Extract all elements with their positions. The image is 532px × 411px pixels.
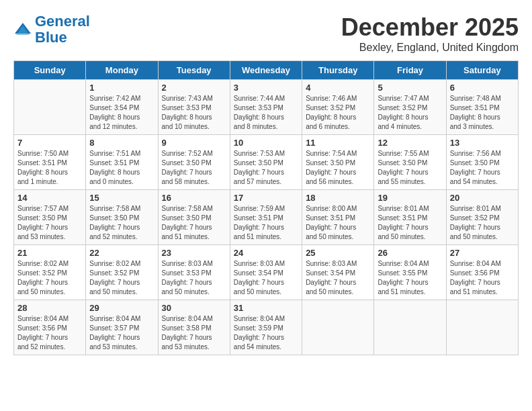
day-info: Sunrise: 7:48 AM Sunset: 3:51 PM Dayligh… xyxy=(450,94,515,132)
calendar-cell xyxy=(302,300,374,355)
day-number: 4 xyxy=(306,83,370,93)
calendar-cell: 8Sunrise: 7:51 AM Sunset: 3:51 PM Daylig… xyxy=(86,135,158,190)
day-number: 20 xyxy=(450,193,515,203)
day-number: 16 xyxy=(162,193,226,203)
calendar-cell xyxy=(446,300,518,355)
day-info: Sunrise: 8:04 AM Sunset: 3:55 PM Dayligh… xyxy=(378,259,442,297)
day-number: 14 xyxy=(17,193,82,203)
day-number: 6 xyxy=(450,83,515,93)
day-info: Sunrise: 8:03 AM Sunset: 3:53 PM Dayligh… xyxy=(162,259,226,297)
day-info: Sunrise: 7:56 AM Sunset: 3:50 PM Dayligh… xyxy=(450,149,515,187)
calendar-cell: 27Sunrise: 8:04 AM Sunset: 3:56 PM Dayli… xyxy=(446,245,518,300)
day-header-tuesday: Tuesday xyxy=(158,61,230,80)
day-number: 10 xyxy=(234,138,298,148)
day-number: 8 xyxy=(89,138,154,148)
calendar-cell: 4Sunrise: 7:46 AM Sunset: 3:52 PM Daylig… xyxy=(302,80,374,135)
day-number: 26 xyxy=(378,248,442,258)
calendar-cell: 25Sunrise: 8:03 AM Sunset: 3:54 PM Dayli… xyxy=(302,245,374,300)
calendar-table: SundayMondayTuesdayWednesdayThursdayFrid… xyxy=(13,60,519,355)
day-info: Sunrise: 8:04 AM Sunset: 3:58 PM Dayligh… xyxy=(162,314,226,352)
location: Bexley, England, United Kingdom xyxy=(341,42,519,54)
week-row-5: 28Sunrise: 8:04 AM Sunset: 3:56 PM Dayli… xyxy=(14,300,519,355)
day-info: Sunrise: 8:00 AM Sunset: 3:51 PM Dayligh… xyxy=(306,204,370,242)
day-number: 11 xyxy=(306,138,370,148)
day-info: Sunrise: 8:01 AM Sunset: 3:52 PM Dayligh… xyxy=(450,204,515,242)
calendar-cell: 6Sunrise: 7:48 AM Sunset: 3:51 PM Daylig… xyxy=(446,80,518,135)
day-number: 30 xyxy=(162,303,226,313)
logo: General Blue xyxy=(13,13,90,46)
calendar-cell: 15Sunrise: 7:58 AM Sunset: 3:50 PM Dayli… xyxy=(86,190,158,245)
day-number: 29 xyxy=(89,303,154,313)
calendar-cell: 1Sunrise: 7:42 AM Sunset: 3:54 PM Daylig… xyxy=(86,80,158,135)
day-info: Sunrise: 7:58 AM Sunset: 3:50 PM Dayligh… xyxy=(162,204,226,242)
day-info: Sunrise: 8:04 AM Sunset: 3:57 PM Dayligh… xyxy=(89,314,154,352)
day-info: Sunrise: 8:04 AM Sunset: 3:59 PM Dayligh… xyxy=(234,314,298,352)
day-header-monday: Monday xyxy=(86,61,158,80)
day-info: Sunrise: 7:50 AM Sunset: 3:51 PM Dayligh… xyxy=(17,149,82,187)
calendar-cell: 31Sunrise: 8:04 AM Sunset: 3:59 PM Dayli… xyxy=(230,300,302,355)
day-info: Sunrise: 7:59 AM Sunset: 3:51 PM Dayligh… xyxy=(234,204,298,242)
calendar-cell: 14Sunrise: 7:57 AM Sunset: 3:50 PM Dayli… xyxy=(14,190,86,245)
month-title: December 2025 xyxy=(341,13,519,42)
day-number: 15 xyxy=(89,193,154,203)
calendar-cell: 17Sunrise: 7:59 AM Sunset: 3:51 PM Dayli… xyxy=(230,190,302,245)
day-number: 31 xyxy=(234,303,298,313)
calendar-cell: 12Sunrise: 7:55 AM Sunset: 3:50 PM Dayli… xyxy=(374,135,446,190)
calendar-cell: 19Sunrise: 8:01 AM Sunset: 3:51 PM Dayli… xyxy=(374,190,446,245)
day-number: 18 xyxy=(306,193,370,203)
day-number: 24 xyxy=(234,248,298,258)
day-number: 7 xyxy=(17,138,82,148)
day-info: Sunrise: 7:44 AM Sunset: 3:53 PM Dayligh… xyxy=(234,94,298,132)
logo-icon xyxy=(13,20,32,39)
day-number: 17 xyxy=(234,193,298,203)
day-info: Sunrise: 7:51 AM Sunset: 3:51 PM Dayligh… xyxy=(89,149,154,187)
day-info: Sunrise: 7:58 AM Sunset: 3:50 PM Dayligh… xyxy=(89,204,154,242)
day-number: 2 xyxy=(162,83,226,93)
day-number: 9 xyxy=(162,138,226,148)
day-number: 1 xyxy=(89,83,154,93)
week-row-3: 14Sunrise: 7:57 AM Sunset: 3:50 PM Dayli… xyxy=(14,190,519,245)
day-header-saturday: Saturday xyxy=(446,61,518,80)
calendar-cell: 16Sunrise: 7:58 AM Sunset: 3:50 PM Dayli… xyxy=(158,190,230,245)
day-info: Sunrise: 7:46 AM Sunset: 3:52 PM Dayligh… xyxy=(306,94,370,132)
day-info: Sunrise: 8:02 AM Sunset: 3:52 PM Dayligh… xyxy=(17,259,82,297)
day-number: 19 xyxy=(378,193,442,203)
day-number: 28 xyxy=(17,303,82,313)
logo-text: General Blue xyxy=(35,13,90,46)
page-header: General Blue December 2025 Bexley, Engla… xyxy=(13,13,519,54)
calendar-cell: 13Sunrise: 7:56 AM Sunset: 3:50 PM Dayli… xyxy=(446,135,518,190)
calendar-cell: 29Sunrise: 8:04 AM Sunset: 3:57 PM Dayli… xyxy=(86,300,158,355)
calendar-cell: 2Sunrise: 7:43 AM Sunset: 3:53 PM Daylig… xyxy=(158,80,230,135)
day-header-thursday: Thursday xyxy=(302,61,374,80)
calendar-cell: 22Sunrise: 8:02 AM Sunset: 3:52 PM Dayli… xyxy=(86,245,158,300)
day-number: 13 xyxy=(450,138,515,148)
day-info: Sunrise: 7:55 AM Sunset: 3:50 PM Dayligh… xyxy=(378,149,442,187)
calendar-cell xyxy=(14,80,86,135)
calendar-cell: 5Sunrise: 7:47 AM Sunset: 3:52 PM Daylig… xyxy=(374,80,446,135)
calendar-cell: 21Sunrise: 8:02 AM Sunset: 3:52 PM Dayli… xyxy=(14,245,86,300)
calendar-cell: 11Sunrise: 7:54 AM Sunset: 3:50 PM Dayli… xyxy=(302,135,374,190)
day-info: Sunrise: 7:52 AM Sunset: 3:50 PM Dayligh… xyxy=(162,149,226,187)
calendar-cell: 24Sunrise: 8:03 AM Sunset: 3:54 PM Dayli… xyxy=(230,245,302,300)
week-row-4: 21Sunrise: 8:02 AM Sunset: 3:52 PM Dayli… xyxy=(14,245,519,300)
day-info: Sunrise: 7:53 AM Sunset: 3:50 PM Dayligh… xyxy=(234,149,298,187)
day-number: 23 xyxy=(162,248,226,258)
day-number: 27 xyxy=(450,248,515,258)
calendar-cell: 26Sunrise: 8:04 AM Sunset: 3:55 PM Dayli… xyxy=(374,245,446,300)
calendar-cell: 30Sunrise: 8:04 AM Sunset: 3:58 PM Dayli… xyxy=(158,300,230,355)
calendar-cell xyxy=(374,300,446,355)
day-info: Sunrise: 7:43 AM Sunset: 3:53 PM Dayligh… xyxy=(162,94,226,132)
title-block: December 2025 Bexley, England, United Ki… xyxy=(341,13,519,54)
day-header-sunday: Sunday xyxy=(14,61,86,80)
calendar-header-row: SundayMondayTuesdayWednesdayThursdayFrid… xyxy=(14,61,519,80)
day-number: 3 xyxy=(234,83,298,93)
day-number: 22 xyxy=(89,248,154,258)
calendar-cell: 23Sunrise: 8:03 AM Sunset: 3:53 PM Dayli… xyxy=(158,245,230,300)
week-row-1: 1Sunrise: 7:42 AM Sunset: 3:54 PM Daylig… xyxy=(14,80,519,135)
day-info: Sunrise: 7:42 AM Sunset: 3:54 PM Dayligh… xyxy=(89,94,154,132)
day-info: Sunrise: 7:54 AM Sunset: 3:50 PM Dayligh… xyxy=(306,149,370,187)
day-info: Sunrise: 8:03 AM Sunset: 3:54 PM Dayligh… xyxy=(234,259,298,297)
calendar-cell: 28Sunrise: 8:04 AM Sunset: 3:56 PM Dayli… xyxy=(14,300,86,355)
calendar-cell: 18Sunrise: 8:00 AM Sunset: 3:51 PM Dayli… xyxy=(302,190,374,245)
day-info: Sunrise: 8:03 AM Sunset: 3:54 PM Dayligh… xyxy=(306,259,370,297)
